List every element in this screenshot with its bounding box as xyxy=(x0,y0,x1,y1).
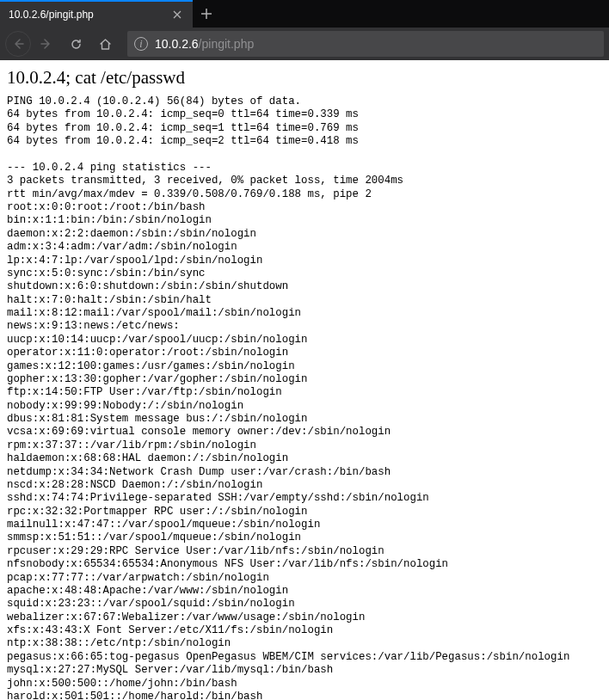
back-button[interactable] xyxy=(5,31,31,57)
tab-title: 10.0.2.6/pingit.php xyxy=(9,9,94,21)
command-output: PING 10.0.2.4 (10.0.2.4) 56(84) bytes of… xyxy=(7,95,602,700)
url-path: /pingit.php xyxy=(199,37,255,51)
tab-bar: 10.0.2.6/pingit.php xyxy=(0,0,609,28)
url-bar[interactable]: i 10.0.2.6/pingit.php xyxy=(127,31,604,57)
reload-button[interactable] xyxy=(62,30,89,58)
page-heading: 10.0.2.4; cat /etc/passwd xyxy=(7,67,602,89)
forward-button[interactable] xyxy=(33,30,60,58)
browser-chrome: 10.0.2.6/pingit.php i 10.0.2.6/pingit.ph… xyxy=(0,0,609,60)
site-info-icon[interactable]: i xyxy=(134,37,148,51)
nav-bar: i 10.0.2.6/pingit.php xyxy=(0,28,609,60)
close-tab-icon[interactable] xyxy=(170,8,184,21)
home-button[interactable] xyxy=(91,30,119,58)
url-text: 10.0.2.6/pingit.php xyxy=(155,37,254,51)
url-host: 10.0.2.6 xyxy=(155,37,199,51)
browser-tab[interactable]: 10.0.2.6/pingit.php xyxy=(0,0,193,28)
new-tab-button[interactable] xyxy=(193,0,220,28)
page-content: 10.0.2.4; cat /etc/passwd PING 10.0.2.4 … xyxy=(0,60,609,700)
